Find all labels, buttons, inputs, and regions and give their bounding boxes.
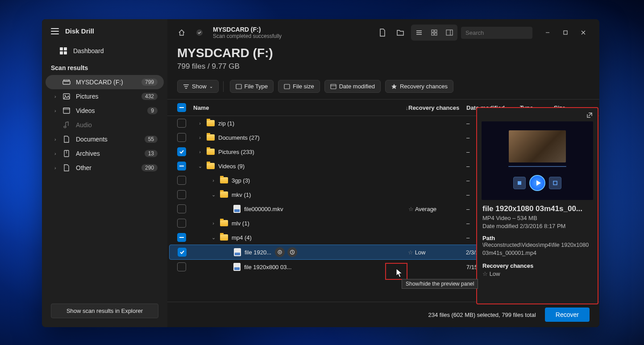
sidebar-badge: 290: [141, 164, 158, 171]
preview-panel: file 1920x1080 03m41s_00... MP4 Video – …: [476, 107, 598, 304]
recover-button[interactable]: Recover: [545, 308, 590, 322]
video-frame: [509, 130, 566, 162]
row-action-button[interactable]: [287, 247, 297, 257]
sidebar-item-label: Other: [76, 164, 141, 171]
breadcrumb-title: MYSDCARD (F:): [213, 26, 282, 33]
maximize-button[interactable]: [557, 25, 574, 40]
folder-icon: [220, 220, 228, 226]
preview-date: Date modified 2/3/2016 8:17 PM: [482, 223, 592, 229]
row-checkbox[interactable]: [178, 248, 187, 257]
filter-show[interactable]: Show ⌄: [177, 80, 219, 93]
svg-rect-4: [63, 108, 70, 113]
stop-button[interactable]: [513, 177, 526, 189]
grid-view-button[interactable]: [427, 25, 441, 40]
filter-recovery-chances[interactable]: Recovery chances: [385, 80, 453, 93]
minimize-button[interactable]: [539, 25, 557, 40]
filter-label: Date modified: [339, 83, 375, 90]
row-recovery: ☆ Low: [408, 249, 466, 256]
sidebar-item-label: Audio: [76, 121, 158, 129]
expand-arrow[interactable]: ›: [210, 220, 216, 226]
row-checkbox[interactable]: [177, 262, 186, 271]
divider: [223, 81, 224, 92]
play-button[interactable]: [529, 175, 545, 191]
filter-file-type[interactable]: File Type: [230, 80, 274, 93]
search-box[interactable]: [461, 27, 532, 39]
panel-view-button[interactable]: [442, 25, 457, 40]
svg-point-20: [279, 252, 281, 253]
row-recovery: ☆ Average: [408, 206, 466, 212]
svg-rect-1: [64, 79, 69, 81]
row-checkbox[interactable]: [177, 233, 186, 242]
preview-filename: file 1920x1080 03m41s_00...: [482, 204, 592, 213]
sidebar-item-pictures[interactable]: › Pictures 432: [46, 89, 164, 104]
sidebar: Disk Drill Dashboard Scan results MYSDCA…: [42, 19, 167, 327]
search-input[interactable]: [465, 29, 540, 36]
expand-arrow[interactable]: ›: [197, 121, 203, 126]
svg-rect-5: [63, 108, 70, 109]
expand-arrow[interactable]: ⌄: [210, 192, 216, 198]
select-all-checkbox[interactable]: [177, 103, 186, 112]
show-in-explorer-button[interactable]: Show scan results in Explorer: [51, 303, 158, 318]
sidebar-item-audio[interactable]: Audio: [46, 118, 164, 132]
row-checkbox[interactable]: [177, 204, 186, 213]
home-button[interactable]: [175, 25, 189, 40]
filter-label: File size: [293, 83, 314, 90]
sidebar-item-label: MYSDCARD (F:): [76, 79, 141, 86]
row-name: Pictures (233): [218, 149, 254, 155]
sidebar-item-videos[interactable]: › Videos 9: [46, 104, 164, 118]
sidebar-item-other[interactable]: › Other 290: [46, 161, 164, 175]
calendar-icon: [330, 83, 337, 89]
tooltip: Show/hide the preview panel: [402, 279, 478, 289]
sidebar-item-mysdcard[interactable]: MYSDCARD (F:) 799: [46, 75, 164, 89]
preview-toggle-button[interactable]: [275, 247, 285, 257]
preview-path-value: \Reconstructed\Videos\mp4\file 1920x1080…: [482, 241, 592, 257]
row-checkbox[interactable]: [177, 133, 186, 142]
sidebar-header: Disk Drill: [42, 19, 167, 43]
sidebar-badge: 432: [141, 93, 158, 100]
sidebar-item-documents[interactable]: › Documents 55: [46, 132, 164, 146]
row-checkbox[interactable]: [177, 219, 186, 228]
folder-icon: [220, 177, 228, 183]
file-icon-button[interactable]: [375, 25, 390, 40]
sidebar-item-archives[interactable]: › Archives 13: [46, 146, 164, 161]
selection-status: 234 files (602 MB) selected, 799 files t…: [428, 312, 536, 318]
page-header: MYSDCARD (F:) 799 files / 9.77 GB: [167, 46, 599, 75]
expand-arrow[interactable]: ›: [210, 178, 216, 183]
row-checkbox[interactable]: [177, 176, 186, 185]
hamburger-icon[interactable]: [51, 28, 59, 34]
svg-rect-17: [284, 84, 290, 89]
expand-arrow[interactable]: ›: [197, 149, 203, 154]
close-button[interactable]: [574, 25, 592, 40]
expand-arrow[interactable]: ⌄: [197, 163, 203, 169]
svg-rect-16: [236, 84, 241, 89]
row-checkbox[interactable]: [177, 119, 186, 128]
filter-date-modified[interactable]: Date modified: [324, 80, 381, 93]
expand-arrow[interactable]: ⌄: [210, 235, 216, 241]
col-recovery[interactable]: Recovery chances: [408, 104, 466, 111]
topbar: MYSDCARD (F:) Scan completed successfull…: [167, 19, 599, 46]
col-name[interactable]: Name↓: [193, 104, 408, 111]
scan-status-icon[interactable]: [192, 25, 207, 40]
folder-icon-button[interactable]: [393, 25, 407, 40]
video-file-icon: [234, 248, 241, 256]
seek-bar[interactable]: [508, 166, 566, 167]
sidebar-dashboard[interactable]: Dashboard: [42, 43, 167, 59]
row-checkbox[interactable]: [177, 190, 186, 199]
folder-icon: [207, 120, 215, 126]
svg-rect-11: [432, 33, 434, 35]
row-name: mkv (1): [232, 191, 251, 198]
row-checkbox[interactable]: [177, 162, 186, 170]
row-name: Documents (27): [218, 134, 259, 141]
expand-arrow[interactable]: ›: [197, 135, 203, 140]
footer-bar: 234 files (602 MB) selected, 799 files t…: [167, 302, 599, 327]
row-checkbox[interactable]: [177, 147, 186, 156]
list-view-button[interactable]: [412, 25, 426, 40]
svg-rect-15: [564, 31, 567, 34]
popout-button[interactable]: [586, 112, 593, 119]
drive-icon: [62, 79, 71, 85]
sidebar-item-label: Archives: [76, 150, 145, 157]
filter-file-size[interactable]: File size: [278, 80, 320, 93]
view-mode-group: [411, 25, 457, 41]
fullscreen-button[interactable]: [549, 177, 561, 189]
audio-icon: [62, 121, 71, 129]
